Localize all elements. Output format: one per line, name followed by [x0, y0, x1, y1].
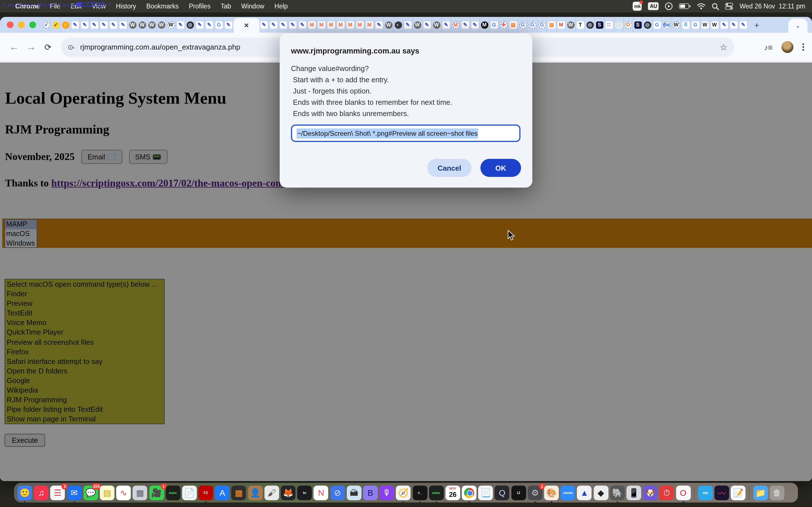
tab-search-button[interactable]: ⌄ — [788, 18, 808, 33]
bookmark-star-icon[interactable]: ☆ — [720, 42, 727, 52]
mini-tab[interactable]: W — [700, 17, 710, 33]
mini-tab[interactable]: ◍ — [643, 17, 652, 33]
dock-item-contacts[interactable]: 👤 — [248, 485, 262, 500]
mini-tab[interactable]: ◍ — [585, 17, 595, 33]
mini-tab[interactable]: ⠿ — [681, 17, 691, 33]
mini-tab[interactable]: G — [214, 17, 224, 33]
mini-tab[interactable]: M — [557, 17, 566, 33]
media-controls-icon[interactable]: ♪≡ — [764, 43, 772, 52]
mini-tab[interactable]: M — [365, 17, 374, 33]
chrome-menu-icon[interactable] — [802, 43, 804, 51]
mini-tab[interactable]: Be — [662, 17, 672, 33]
mini-tab[interactable]: W — [138, 17, 147, 33]
reload-button[interactable]: ⟳ — [40, 42, 56, 52]
ok-button[interactable]: OK — [480, 159, 521, 177]
dock-item-calculator[interactable]: ▦ — [232, 485, 246, 500]
mini-tab[interactable]: M — [307, 17, 317, 33]
mini-tab[interactable]: ✎ — [269, 17, 278, 33]
mini-tab[interactable]: W — [384, 17, 394, 33]
mini-tab[interactable]: W — [413, 17, 422, 33]
mini-tab[interactable]: ✎ — [176, 17, 186, 33]
mini-tab[interactable]: M — [317, 17, 326, 33]
url-text[interactable]: rjmprogramming.com.au/open_extravaganza.… — [80, 43, 240, 51]
mini-tab[interactable]: ✎ — [224, 17, 234, 33]
mini-tab[interactable]: ✎ — [278, 17, 288, 33]
dock-item-safari[interactable]: 🧭 — [396, 485, 411, 500]
mini-tab[interactable]: S — [633, 17, 643, 33]
mini-tab[interactable]: ✎ — [195, 17, 205, 33]
mini-tab[interactable]: W — [710, 17, 719, 33]
minimize-window-button[interactable] — [18, 21, 25, 28]
dock-item-finder[interactable]: 🙂 — [17, 485, 32, 500]
cancel-button[interactable]: Cancel — [427, 159, 471, 177]
menubar-clock[interactable]: Wed 26 Nov 12:11 pm — [740, 3, 805, 10]
mini-tab[interactable]: M — [355, 17, 365, 33]
dock-item-messages[interactable]: 💬204 — [84, 485, 98, 500]
dock-item-trash[interactable]: 🗑 — [770, 485, 784, 500]
menubar-item-bookmarks[interactable]: Bookmarks — [141, 0, 184, 12]
dock-item-news[interactable]: N — [314, 485, 328, 500]
mini-tab[interactable]: W — [672, 17, 681, 33]
dock-item-exec-script-2[interactable]: exec — [429, 485, 444, 500]
mini-tab[interactable]: ▤ — [509, 17, 518, 33]
mini-tab[interactable]: G — [538, 17, 547, 33]
dock-item-inkscape[interactable]: ◆ — [594, 485, 608, 500]
dock-item-bbedit[interactable]: B — [363, 485, 378, 500]
dock-item-notes[interactable]: ▤ — [100, 485, 114, 500]
mini-tab[interactable]: ✓ — [42, 17, 51, 33]
dock-item-iphone-mirroring[interactable]: 📱 — [626, 485, 641, 500]
dock-item-speedtest[interactable]: ⏱ — [659, 485, 674, 500]
mini-tab[interactable]: G — [691, 17, 700, 33]
back-button[interactable]: ← — [6, 41, 22, 53]
mini-tab[interactable]: M — [480, 17, 490, 33]
mini-tab[interactable]: ✎ — [729, 17, 739, 33]
mini-tab[interactable]: ✎ — [259, 17, 269, 33]
mini-tab[interactable]: ✎ — [109, 17, 118, 33]
mk-menubar-app-icon[interactable]: mk — [633, 2, 642, 11]
mini-tab[interactable]: ⚡ — [61, 17, 70, 33]
dock-item-appstore[interactable]: A — [215, 485, 230, 500]
mini-tab[interactable]: ✎ — [739, 17, 748, 33]
dock-item-filezilla[interactable]: FZ — [199, 485, 213, 500]
dock-item-apple-tv[interactable]: tv — [297, 485, 312, 500]
mini-tab[interactable]: W — [147, 17, 157, 33]
profile-avatar[interactable] — [781, 41, 794, 53]
mini-tab[interactable]: ✣ — [499, 17, 509, 33]
dock-item-exec-script[interactable]: exec — [165, 485, 180, 500]
menubar-item-tab[interactable]: Tab — [215, 0, 236, 12]
dock-item-podcasts[interactable]: 🎙 — [379, 485, 394, 500]
dock-item-prism-app[interactable]: ▲ — [577, 485, 592, 500]
mini-tab[interactable]: ✎ — [422, 17, 432, 33]
battery-icon[interactable] — [679, 3, 691, 9]
mini-tab[interactable]: ✎ — [719, 17, 729, 33]
dock-item-chrome[interactable] — [462, 485, 476, 500]
wifi-icon[interactable] — [697, 3, 706, 9]
mini-tab[interactable]: ✎ — [70, 17, 80, 33]
dock-item-image-capture[interactable]: 🏔 — [347, 485, 361, 500]
dock-item-music[interactable]: ♫ — [34, 485, 49, 500]
mini-tab[interactable]: ✎ — [99, 17, 109, 33]
dock-item-calendar[interactable]: NOV26 — [446, 485, 460, 500]
dock-item-downloads[interactable]: 📁 — [753, 485, 768, 500]
mini-tab[interactable]: ✓ — [51, 17, 61, 33]
dock-item-mail[interactable]: ✉ — [67, 485, 82, 500]
dock-item-pet-app[interactable]: 🐶 — [643, 485, 658, 500]
mini-tab[interactable]: ✎ — [461, 17, 470, 33]
mini-tab[interactable]: G — [652, 17, 662, 33]
mini-tab[interactable]: G — [490, 17, 499, 33]
close-tab-icon[interactable]: ✕ — [244, 22, 249, 29]
now-playing-icon[interactable] — [665, 2, 673, 10]
mini-tab[interactable]: 🕓 — [614, 17, 624, 33]
dock-item-audio-app[interactable]: 〰 — [714, 485, 729, 500]
mini-tab[interactable]: ▤ — [547, 17, 557, 33]
dock-item-disk-utility[interactable]: ⊘ — [330, 485, 345, 500]
mini-tab[interactable]: ✎ — [118, 17, 128, 33]
zoom-window-button[interactable] — [29, 21, 36, 28]
mini-tab[interactable]: O — [624, 17, 633, 33]
menubar-item-window[interactable]: Window — [236, 0, 269, 12]
mini-tab[interactable]: W — [128, 17, 138, 33]
mini-tab[interactable]: S — [595, 17, 605, 33]
mini-tab[interactable]: W — [166, 17, 176, 33]
mini-tab[interactable]: G — [518, 17, 528, 33]
mini-tab[interactable]: ✎ — [80, 17, 90, 33]
